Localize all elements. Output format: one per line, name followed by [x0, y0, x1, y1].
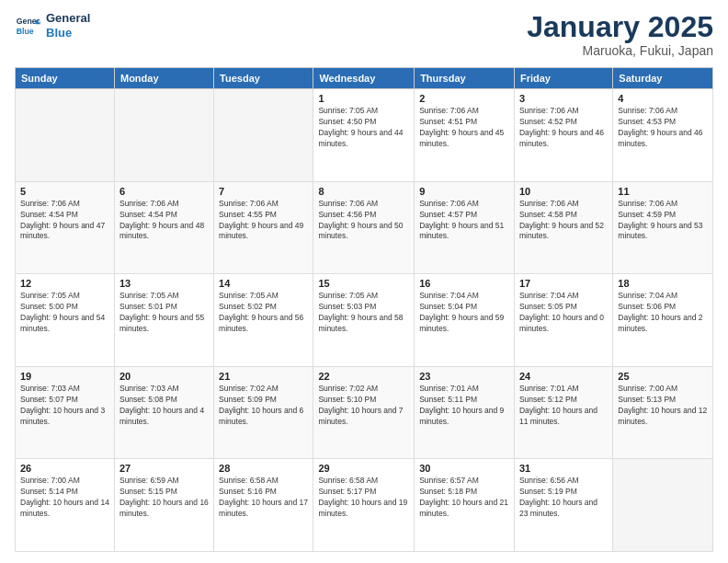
- day-info: Sunrise: 7:01 AMSunset: 5:12 PMDaylight:…: [519, 384, 597, 426]
- day-info: Sunrise: 6:58 AMSunset: 5:17 PMDaylight:…: [318, 476, 407, 518]
- table-row: 30 Sunrise: 6:57 AMSunset: 5:18 PMDaylig…: [415, 459, 515, 552]
- week-row-3: 19 Sunrise: 7:03 AMSunset: 5:07 PMDaylig…: [16, 366, 713, 459]
- day-info: Sunrise: 7:05 AMSunset: 5:02 PMDaylight:…: [219, 291, 303, 333]
- table-row: 18 Sunrise: 7:04 AMSunset: 5:06 PMDaylig…: [613, 274, 713, 367]
- day-info: Sunrise: 7:03 AMSunset: 5:08 PMDaylight:…: [119, 384, 204, 426]
- day-number: 16: [419, 278, 509, 289]
- day-info: Sunrise: 7:06 AMSunset: 4:57 PMDaylight:…: [419, 199, 504, 241]
- table-row: 28 Sunrise: 6:58 AMSunset: 5:16 PMDaylig…: [214, 459, 313, 552]
- table-row: 20 Sunrise: 7:03 AMSunset: 5:08 PMDaylig…: [114, 366, 213, 459]
- day-info: Sunrise: 6:58 AMSunset: 5:16 PMDaylight:…: [219, 476, 308, 518]
- header-tuesday: Tuesday: [214, 68, 313, 89]
- table-row: 10 Sunrise: 7:06 AMSunset: 4:58 PMDaylig…: [514, 181, 612, 274]
- day-info: Sunrise: 7:01 AMSunset: 5:11 PMDaylight:…: [419, 384, 504, 426]
- day-number: 7: [219, 186, 308, 197]
- day-info: Sunrise: 7:06 AMSunset: 4:54 PMDaylight:…: [119, 199, 204, 241]
- logo-text: General: [46, 11, 90, 26]
- day-info: Sunrise: 7:05 AMSunset: 5:00 PMDaylight:…: [20, 291, 105, 333]
- day-info: Sunrise: 7:05 AMSunset: 5:03 PMDaylight:…: [318, 291, 403, 333]
- table-row: 25 Sunrise: 7:00 AMSunset: 5:13 PMDaylig…: [613, 366, 713, 459]
- day-info: Sunrise: 7:00 AMSunset: 5:13 PMDaylight:…: [618, 384, 707, 426]
- logo: General Blue General Blue: [15, 11, 90, 40]
- day-number: 24: [519, 371, 608, 382]
- table-row: 26 Sunrise: 7:00 AMSunset: 5:14 PMDaylig…: [16, 459, 115, 552]
- day-number: 17: [519, 278, 608, 289]
- day-number: 19: [20, 371, 109, 382]
- day-number: 8: [318, 186, 409, 197]
- day-info: Sunrise: 7:02 AMSunset: 5:09 PMDaylight:…: [219, 384, 303, 426]
- table-row: 23 Sunrise: 7:01 AMSunset: 5:11 PMDaylig…: [415, 366, 515, 459]
- day-number: 15: [318, 278, 409, 289]
- week-row-0: 1 Sunrise: 7:05 AMSunset: 4:50 PMDayligh…: [16, 89, 713, 182]
- day-info: Sunrise: 7:04 AMSunset: 5:04 PMDaylight:…: [419, 291, 504, 333]
- table-row: 2 Sunrise: 7:06 AMSunset: 4:51 PMDayligh…: [415, 89, 515, 182]
- day-number: 22: [318, 371, 409, 382]
- table-row: 3 Sunrise: 7:06 AMSunset: 4:52 PMDayligh…: [514, 89, 612, 182]
- table-row: 5 Sunrise: 7:06 AMSunset: 4:54 PMDayligh…: [16, 181, 115, 274]
- day-number: 27: [119, 463, 209, 474]
- logo-icon: General Blue: [15, 13, 40, 39]
- day-number: 23: [419, 371, 509, 382]
- header: General Blue General Blue January 2025 M…: [15, 11, 713, 58]
- day-info: Sunrise: 7:05 AMSunset: 5:01 PMDaylight:…: [119, 291, 204, 333]
- day-number: 12: [20, 278, 109, 289]
- header-monday: Monday: [114, 68, 213, 89]
- day-info: Sunrise: 7:05 AMSunset: 4:50 PMDaylight:…: [318, 106, 403, 148]
- day-number: 2: [419, 93, 509, 104]
- day-number: 30: [419, 463, 509, 474]
- table-row: 7 Sunrise: 7:06 AMSunset: 4:55 PMDayligh…: [214, 181, 313, 274]
- table-row: 1 Sunrise: 7:05 AMSunset: 4:50 PMDayligh…: [313, 89, 415, 182]
- table-row: 16 Sunrise: 7:04 AMSunset: 5:04 PMDaylig…: [415, 274, 515, 367]
- table-row: 31 Sunrise: 6:56 AMSunset: 5:19 PMDaylig…: [514, 459, 612, 552]
- day-info: Sunrise: 7:06 AMSunset: 4:54 PMDaylight:…: [20, 199, 105, 241]
- week-row-1: 5 Sunrise: 7:06 AMSunset: 4:54 PMDayligh…: [16, 181, 713, 274]
- day-info: Sunrise: 7:00 AMSunset: 5:14 PMDaylight:…: [20, 476, 109, 518]
- day-number: 4: [618, 93, 708, 104]
- table-row: 24 Sunrise: 7:01 AMSunset: 5:12 PMDaylig…: [514, 366, 612, 459]
- table-row: 12 Sunrise: 7:05 AMSunset: 5:00 PMDaylig…: [16, 274, 115, 367]
- day-number: 29: [318, 463, 409, 474]
- day-info: Sunrise: 7:06 AMSunset: 4:52 PMDaylight:…: [519, 106, 604, 148]
- table-row: 9 Sunrise: 7:06 AMSunset: 4:57 PMDayligh…: [415, 181, 515, 274]
- table-row: 15 Sunrise: 7:05 AMSunset: 5:03 PMDaylig…: [313, 274, 415, 367]
- table-row: [114, 89, 213, 182]
- day-info: Sunrise: 7:06 AMSunset: 4:55 PMDaylight:…: [219, 199, 303, 241]
- day-number: 10: [519, 186, 608, 197]
- table-row: 17 Sunrise: 7:04 AMSunset: 5:05 PMDaylig…: [514, 274, 612, 367]
- day-info: Sunrise: 7:06 AMSunset: 4:51 PMDaylight:…: [419, 106, 504, 148]
- table-row: 19 Sunrise: 7:03 AMSunset: 5:07 PMDaylig…: [16, 366, 115, 459]
- day-number: 21: [219, 371, 308, 382]
- table-row: 4 Sunrise: 7:06 AMSunset: 4:53 PMDayligh…: [613, 89, 713, 182]
- table-row: 8 Sunrise: 7:06 AMSunset: 4:56 PMDayligh…: [313, 181, 415, 274]
- day-info: Sunrise: 7:02 AMSunset: 5:10 PMDaylight:…: [318, 384, 403, 426]
- table-row: 22 Sunrise: 7:02 AMSunset: 5:10 PMDaylig…: [313, 366, 415, 459]
- day-info: Sunrise: 7:06 AMSunset: 4:59 PMDaylight:…: [618, 199, 702, 241]
- day-number: 9: [419, 186, 509, 197]
- day-info: Sunrise: 7:04 AMSunset: 5:06 PMDaylight:…: [618, 291, 702, 333]
- calendar-table: Sunday Monday Tuesday Wednesday Thursday…: [15, 67, 713, 552]
- logo-text-blue: Blue: [46, 26, 90, 40]
- table-row: 27 Sunrise: 6:59 AMSunset: 5:15 PMDaylig…: [114, 459, 213, 552]
- title-block: January 2025 Maruoka, Fukui, Japan: [527, 11, 713, 58]
- header-thursday: Thursday: [415, 68, 515, 89]
- calendar-title: January 2025: [527, 11, 713, 43]
- weekday-header-row: Sunday Monday Tuesday Wednesday Thursday…: [16, 68, 713, 89]
- header-sunday: Sunday: [16, 68, 115, 89]
- day-info: Sunrise: 6:56 AMSunset: 5:19 PMDaylight:…: [519, 476, 597, 518]
- day-number: 13: [119, 278, 209, 289]
- day-number: 1: [318, 93, 409, 104]
- day-number: 14: [219, 278, 308, 289]
- day-info: Sunrise: 7:06 AMSunset: 4:53 PMDaylight:…: [618, 106, 702, 148]
- day-number: 11: [618, 186, 708, 197]
- calendar-subtitle: Maruoka, Fukui, Japan: [527, 43, 713, 58]
- day-info: Sunrise: 7:03 AMSunset: 5:07 PMDaylight:…: [20, 384, 105, 426]
- calendar-page: General Blue General Blue January 2025 M…: [0, 0, 728, 563]
- table-row: 29 Sunrise: 6:58 AMSunset: 5:17 PMDaylig…: [313, 459, 415, 552]
- day-number: 26: [20, 463, 109, 474]
- table-row: 21 Sunrise: 7:02 AMSunset: 5:09 PMDaylig…: [214, 366, 313, 459]
- table-row: 6 Sunrise: 7:06 AMSunset: 4:54 PMDayligh…: [114, 181, 213, 274]
- day-number: 6: [119, 186, 209, 197]
- table-row: 11 Sunrise: 7:06 AMSunset: 4:59 PMDaylig…: [613, 181, 713, 274]
- week-row-4: 26 Sunrise: 7:00 AMSunset: 5:14 PMDaylig…: [16, 459, 713, 552]
- table-row: [16, 89, 115, 182]
